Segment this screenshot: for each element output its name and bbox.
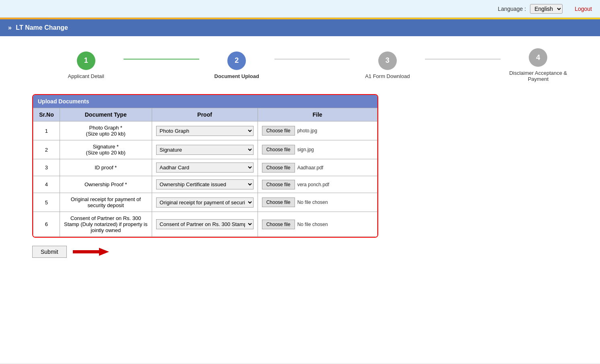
red-arrow-icon xyxy=(73,246,109,257)
row-2-file-cell: Choose filesign.jpg xyxy=(258,140,377,159)
arrow-indicator xyxy=(73,246,109,257)
row-6-proof-cell: Consent of Partner on Rs. 300 Stamp (Dul… xyxy=(152,212,258,237)
header-arrow: » xyxy=(8,24,12,31)
step-4-label: Disclaimer Acceptance & Payment xyxy=(501,70,576,82)
upload-table: Sr.No Document Type Proof File 1Photo Gr… xyxy=(33,108,377,237)
row-5-proof-cell: Original receipt for payment of security… xyxy=(152,193,258,212)
row-6-doctype: Consent of Partner on Rs. 300 Stamp (Dul… xyxy=(60,212,152,237)
step-3: 3 A1 Form Download xyxy=(350,51,425,79)
row-5-proof-select[interactable]: Original receipt for payment of security… xyxy=(156,197,254,208)
step-2: 2 Document Upload xyxy=(199,51,274,79)
col-header-srno: Sr.No xyxy=(33,108,60,121)
connector-2 xyxy=(274,59,350,60)
row-1-proof-select[interactable]: Photo Graph xyxy=(156,126,254,136)
connector-1 xyxy=(124,59,199,60)
row-2-proof-select[interactable]: Signature xyxy=(156,145,254,155)
step-1-label: Applicant Detail xyxy=(68,73,104,79)
top-bar: Language : English Hindi Marathi Logout xyxy=(0,0,600,18)
step-2-circle: 2 xyxy=(227,51,246,70)
svg-marker-1 xyxy=(99,248,109,256)
language-label: Language : xyxy=(498,6,526,12)
row-2-choose-file-button[interactable]: Choose file xyxy=(262,145,295,154)
step-1: 1 Applicant Detail xyxy=(48,51,124,79)
table-row: 2Signature * (Size upto 20 kb)SignatureC… xyxy=(33,140,377,159)
col-header-doctype: Document Type xyxy=(60,108,152,121)
row-2-doctype: Signature * (Size upto 20 kb) xyxy=(60,140,152,159)
row-2-sr: 2 xyxy=(33,140,60,159)
row-3-file-name: Aadhaar.pdf xyxy=(297,165,324,171)
row-4-proof-cell: Ownership Certificate issued xyxy=(152,176,258,193)
step-3-label: A1 Form Download xyxy=(365,73,410,79)
row-4-choose-file-button[interactable]: Choose file xyxy=(262,180,295,189)
step-3-circle: 3 xyxy=(378,51,397,70)
row-6-file-name: No file chosen xyxy=(297,222,328,227)
row-3-choose-file-button[interactable]: Choose file xyxy=(262,163,295,173)
row-3-file-group: Choose fileAadhaar.pdf xyxy=(262,163,373,173)
row-5-doctype: Original receipt for payment of security… xyxy=(60,193,152,212)
row-5-choose-file-button[interactable]: Choose file xyxy=(262,197,295,207)
row-6-sr: 6 xyxy=(33,212,60,237)
upload-header: Upload Documents xyxy=(33,95,377,108)
row-3-doctype: ID proof * xyxy=(60,159,152,176)
row-3-proof-cell: Aadhar CardPassportVoter ID xyxy=(152,159,258,176)
submit-button[interactable]: Submit xyxy=(32,246,67,258)
row-4-file-name: vera ponch.pdf xyxy=(297,182,329,187)
table-row: 4Ownership Proof *Ownership Certificate … xyxy=(33,176,377,193)
row-1-choose-file-button[interactable]: Choose file xyxy=(262,126,295,136)
row-6-file-cell: Choose fileNo file chosen xyxy=(258,212,377,237)
stepper: 1 Applicant Detail 2 Document Upload 3 A… xyxy=(32,48,592,82)
logout-button[interactable]: Logout xyxy=(575,6,592,12)
table-row: 6Consent of Partner on Rs. 300 Stamp (Du… xyxy=(33,212,377,237)
col-header-file: File xyxy=(258,108,377,121)
row-2-proof-cell: Signature xyxy=(152,140,258,159)
row-1-file-cell: Choose filephoto.jpg xyxy=(258,121,377,140)
row-5-file-group: Choose fileNo file chosen xyxy=(262,197,373,207)
row-4-sr: 4 xyxy=(33,176,60,193)
row-1-file-name: photo.jpg xyxy=(297,128,317,134)
col-header-proof: Proof xyxy=(152,108,258,121)
row-4-proof-select[interactable]: Ownership Certificate issued xyxy=(156,179,254,189)
row-5-sr: 5 xyxy=(33,193,60,212)
main-content: 1 Applicant Detail 2 Document Upload 3 A… xyxy=(0,36,600,363)
row-3-file-cell: Choose fileAadhaar.pdf xyxy=(258,159,377,176)
row-3-sr: 3 xyxy=(33,159,60,176)
submit-area: Submit xyxy=(32,246,592,258)
connector-3 xyxy=(425,59,500,60)
step-4-circle: 4 xyxy=(529,48,547,67)
row-4-file-group: Choose filevera ponch.pdf xyxy=(262,180,373,189)
upload-container: Upload Documents Sr.No Document Type Pro… xyxy=(32,94,378,238)
step-4: 4 Disclaimer Acceptance & Payment xyxy=(501,48,576,82)
row-4-file-cell: Choose filevera ponch.pdf xyxy=(258,176,377,193)
row-3-proof-select[interactable]: Aadhar CardPassportVoter ID xyxy=(156,162,254,173)
row-1-sr: 1 xyxy=(33,121,60,140)
step-2-label: Document Upload xyxy=(214,73,259,79)
row-4-doctype: Ownership Proof * xyxy=(60,176,152,193)
row-6-choose-file-button[interactable]: Choose file xyxy=(262,220,295,229)
table-row: 5Original receipt for payment of securit… xyxy=(33,193,377,212)
table-row: 3ID proof *Aadhar CardPassportVoter IDCh… xyxy=(33,159,377,176)
row-2-file-group: Choose filesign.jpg xyxy=(262,145,373,154)
table-row: 1Photo Graph * (Size upto 20 kb)Photo Gr… xyxy=(33,121,377,140)
language-select[interactable]: English Hindi Marathi xyxy=(530,4,563,14)
page-title: LT Name Change xyxy=(16,24,68,31)
row-5-file-cell: Choose fileNo file chosen xyxy=(258,193,377,212)
row-1-proof-cell: Photo Graph xyxy=(152,121,258,140)
row-6-proof-select[interactable]: Consent of Partner on Rs. 300 Stamp (Dul… xyxy=(156,219,254,229)
row-2-file-name: sign.jpg xyxy=(297,147,314,152)
row-1-file-group: Choose filephoto.jpg xyxy=(262,126,373,136)
row-1-doctype: Photo Graph * (Size upto 20 kb) xyxy=(60,121,152,140)
step-1-circle: 1 xyxy=(77,51,95,70)
row-5-file-name: No file chosen xyxy=(297,199,328,205)
page-header: » LT Name Change xyxy=(0,19,600,36)
row-6-file-group: Choose fileNo file chosen xyxy=(262,220,373,229)
